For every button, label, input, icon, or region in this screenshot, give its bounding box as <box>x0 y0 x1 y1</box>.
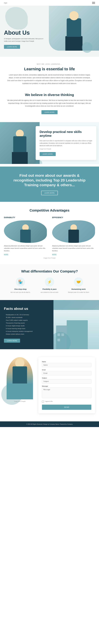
list-item: Headquarters in UK, US & Germany <box>4 313 50 316</box>
believe-cta-button[interactable]: LEARN MORE <box>42 110 58 114</box>
facts-left: Facts about us Headquarters in UK, US & … <box>0 300 54 349</box>
practical-section: Develop practical new skills anytime Dui… <box>0 122 99 164</box>
hero-section: About Us UI designer, photographer and t… <box>0 6 99 57</box>
awards-section: Find out more about our awards & recogni… <box>0 166 99 202</box>
hero-subtitle: UI designer, photographer and travel ent… <box>4 38 46 42</box>
diff-item-one-stop: 🏪 One-stop-shop Are not sure you do all … <box>7 277 34 294</box>
diff-title: What differentiates Our Company? <box>4 269 95 274</box>
contact-form-wrap: Name Email Subject Message I agree to th… <box>38 357 95 414</box>
believe-body: We take joined with the agency divi on i… <box>7 99 92 108</box>
form-row-subject: Subject <box>42 377 91 384</box>
advantage-efficiency: EFFICIENCY Adipiscing bibendum est ultri… <box>52 216 95 255</box>
form-row-email: Email <box>42 369 91 375</box>
why-label: WHY WE LOVE LEARNING... <box>4 63 95 65</box>
logo: logo <box>4 2 7 4</box>
advantage-durability-image <box>4 220 47 243</box>
list-item: Over 5,000 subject matter experts <box>4 319 50 322</box>
awards-title: Find out more about our awards & recogni… <box>12 173 86 188</box>
list-item: Thousands of learning assets <box>4 322 50 324</box>
list-item: Global content delivery team <box>4 333 50 336</box>
diff-body-shop: Are not sure you do all what is. <box>7 291 34 294</box>
subject-label: Subject <box>42 377 91 379</box>
diff-icon-humanizing: 🤝 <box>74 277 83 286</box>
diff-item-humanizing: 🤝 Humanizing work Semper justo Ut a ulbe… <box>65 277 92 294</box>
contact-person-area: Image from Freepik <box>4 357 36 402</box>
list-item: 35,000+ clients worldwide <box>4 316 50 319</box>
footer: © 2023 All Rights Reserved. Design by Co… <box>0 422 99 427</box>
form-checkbox[interactable] <box>42 401 44 402</box>
why-body: Lorem ipsum dolor sit amet, consectetur … <box>7 74 92 85</box>
practical-source: Image from Freepik <box>40 148 92 150</box>
advantages-section: Competitive Advantages DURABILITY Adipis… <box>0 202 99 264</box>
believe-title: We believe in diverse thinking <box>4 93 95 97</box>
practical-image <box>0 122 40 164</box>
advantage-efficiency-more[interactable]: MORE <box>52 254 95 255</box>
advantages-title: Competitive Advantages <box>4 208 95 212</box>
submit-button[interactable]: SEND <box>42 405 91 410</box>
contact-section: Image from Freepik Name Email Subject Me… <box>0 349 99 422</box>
practical-body: Duis aute irure dolor in reprehenderit i… <box>40 140 92 147</box>
list-item: In-house enterprise solution management <box>4 330 50 333</box>
message-textarea[interactable] <box>42 388 91 398</box>
advantage-durability: DURABILITY Adipiscing bibendum est ultri… <box>4 216 47 255</box>
email-label: Email <box>42 369 91 370</box>
diff-icon-shop: 🏪 <box>16 277 25 286</box>
diff-body-humanizing: Semper justo Ut a ulber lex them <box>65 291 92 294</box>
awards-cta-button[interactable]: LEARN MORE <box>41 191 58 195</box>
advantage-durability-label: DURABILITY <box>4 216 47 218</box>
form-row-message: Message <box>42 385 91 398</box>
facts-image <box>54 300 99 349</box>
why-section: WHY WE LOVE LEARNING... Learning is esse… <box>0 57 99 89</box>
diff-section: What differentiates Our Company? 🏪 One-s… <box>0 264 99 300</box>
diff-item-flexibility: ⚡ Flexibility & pace are content to how … <box>36 277 63 294</box>
name-label: Name <box>42 361 91 362</box>
diff-body-flexibility: are content to how we work <box>36 291 63 294</box>
email-input[interactable] <box>42 371 91 375</box>
advantages-images-from: Images from Freepik <box>4 257 95 259</box>
contact-img-source: Image from Freepik <box>4 401 36 402</box>
form-row-name: Name <box>42 361 91 367</box>
subject-input[interactable] <box>42 379 91 384</box>
practical-card: Develop practical new skills anytime Dui… <box>36 126 96 160</box>
practical-title: Develop practical new skills anytime <box>40 130 92 138</box>
hero-cta-button[interactable]: LEARN MORE <box>4 45 20 49</box>
diff-icon-flexibility: ⚡ <box>45 277 54 286</box>
advantage-efficiency-label: EFFICIENCY <box>52 216 95 218</box>
name-input[interactable] <box>42 363 91 367</box>
contact-person-image <box>6 357 33 399</box>
diff-label-shop: One-stop-shop <box>7 288 34 290</box>
diff-label-humanizing: Humanizing work <box>65 288 92 290</box>
believe-section: We believe in diverse thinking We take j… <box>0 89 99 120</box>
diff-label-flexibility: Flexibility & pace <box>36 288 63 290</box>
facts-cta-button[interactable]: LEARN MORE <box>4 339 20 343</box>
hamburger-menu[interactable] <box>92 2 95 4</box>
hero-title: About Us <box>4 30 46 36</box>
facts-section: Facts about us Headquarters in UK, US & … <box>0 300 99 349</box>
form-checkbox-label: I agree to the <box>45 400 53 402</box>
practical-cta-button[interactable]: LEARN MORE <box>40 152 56 156</box>
advantage-durability-body: Adipiscing bibendum est ultricies intege… <box>4 245 47 252</box>
list-item: In-house learning design team <box>4 327 50 330</box>
hero-content: About Us UI designer, photographer and t… <box>4 30 46 49</box>
advantage-efficiency-image <box>52 220 95 243</box>
header: logo <box>0 0 99 6</box>
list-item: In-house digital design studio <box>4 324 50 327</box>
facts-title: Facts about us <box>4 307 50 311</box>
facts-list: Headquarters in UK, US & Germany 35,000+… <box>4 313 50 336</box>
why-title: Learning is essential to life <box>4 67 95 71</box>
advantage-durability-more[interactable]: MORE <box>4 254 47 255</box>
advantage-efficiency-body: Adipiscing bibendum est ultricies intege… <box>52 245 95 252</box>
form-checkbox-row: I agree to the <box>42 400 91 402</box>
footer-text: © 2023 All Rights Reserved. Design by Co… <box>4 424 95 425</box>
message-label: Message <box>42 385 91 387</box>
